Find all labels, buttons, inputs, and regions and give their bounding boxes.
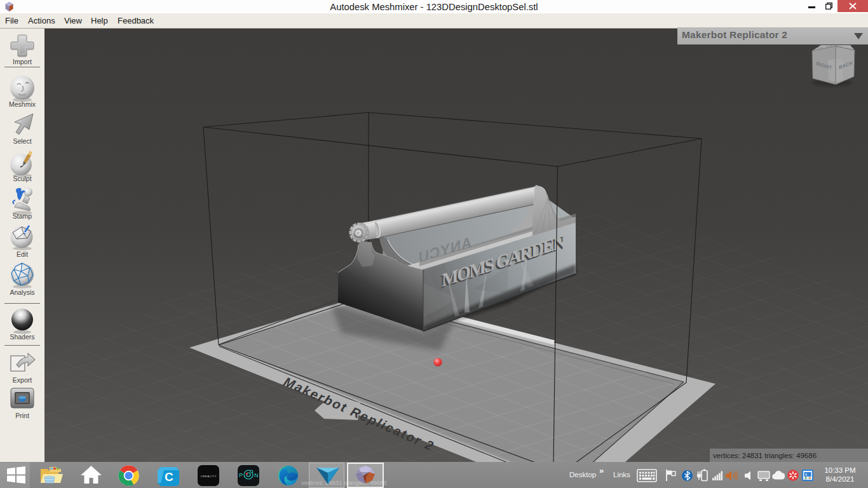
svg-text:N: N [254, 472, 259, 478]
svg-text:CREALITY: CREALITY [201, 475, 217, 478]
svg-text:P: P [239, 472, 243, 478]
svg-text:C: C [165, 470, 173, 484]
